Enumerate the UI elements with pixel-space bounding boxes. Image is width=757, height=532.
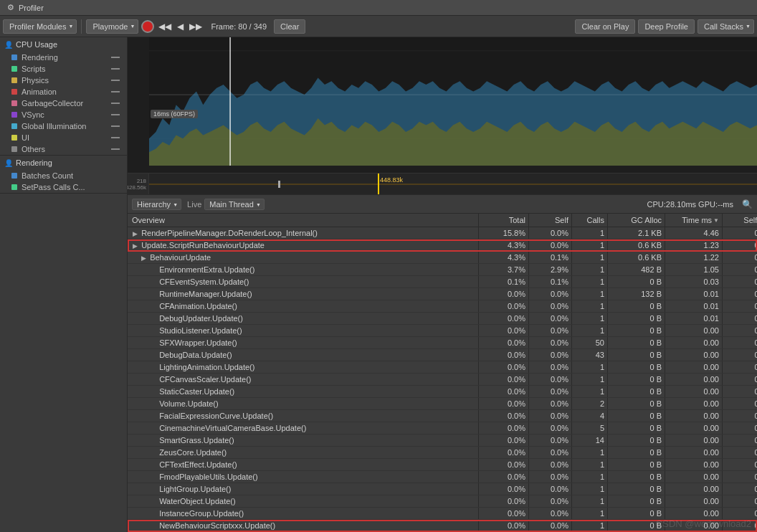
sidebar-item[interactable]: UI (0, 132, 127, 143)
cell-calls: 2 (572, 398, 608, 409)
table-row[interactable]: NewBehaviourScriptxxx.Update() 0.0% 0.0%… (128, 520, 757, 532)
cell-timems: 0.03 (665, 276, 723, 288)
call-stacks-btn[interactable]: Call Stacks (698, 19, 754, 34)
sidebar-item[interactable]: Physics (0, 75, 127, 86)
table-row[interactable]: CFEventSystem.Update() 0.1% 0.1% 1 0 B 0… (128, 276, 757, 288)
table-row[interactable]: LightingAnimation.Update() 0.0% 0.0% 1 0… (128, 361, 757, 374)
table-row[interactable]: CinemachineVirtualCameraBase.Update() 0.… (128, 422, 757, 434)
profiler-icon: ⚙ (6, 3, 16, 13)
table-row[interactable]: SFXWrapper.Update() 0.0% 0.0% 50 0 B 0.0… (128, 337, 757, 349)
sidebar-item-label: GarbageCollector (22, 99, 111, 108)
cell-gcalloc: 0 B (608, 447, 665, 458)
cell-selfms: 0.00 (723, 313, 757, 324)
expand-arrow[interactable]: ▶ (141, 255, 146, 262)
color-dot (11, 112, 17, 118)
sidebar-rendering-item[interactable]: Batches Count (0, 170, 127, 181)
cell-timems: 0.00 (665, 349, 723, 361)
step-back-btn[interactable]: ◀◀ (157, 20, 173, 33)
cell-timems: 0.00 (665, 361, 723, 373)
cell-name: LightingAnimation.Update() (128, 361, 479, 373)
cell-gcalloc: 0 B (608, 386, 665, 397)
sidebar-item[interactable]: GarbageCollector (0, 98, 127, 109)
cell-timems: 0.00 (665, 520, 723, 531)
table-row[interactable]: DebugData.Update() 0.0% 0.0% 43 0 B 0.00… (128, 349, 757, 361)
cpu-header[interactable]: 👤 CPU Usage (0, 37, 127, 52)
cell-gcalloc: 0 B (608, 471, 665, 483)
deep-profile-btn[interactable]: Deep Profile (638, 19, 695, 34)
table-row[interactable]: LightGroup.Update() 0.0% 0.0% 1 0 B 0.00… (128, 483, 757, 495)
cell-calls: 1 (572, 495, 608, 507)
cell-timems: 0.00 (665, 508, 723, 519)
cell-calls: 5 (572, 422, 608, 434)
table-body: ▶ RenderPipelineManager.DoRenderLoop_Int… (128, 227, 757, 532)
cell-gcalloc: 0 B (608, 422, 665, 434)
row-name-text: DebugUpdater.Update() (159, 314, 243, 323)
table-row[interactable]: ▶ RenderPipelineManager.DoRenderLoop_Int… (128, 227, 757, 239)
playmode-btn[interactable]: Playmode (86, 19, 138, 34)
table-row[interactable]: InstanceGroup.Update() 0.0% 0.0% 1 0 B 0… (128, 508, 757, 520)
record-btn[interactable] (141, 20, 154, 33)
table-row[interactable]: CFCanvasScaler.Update() 0.0% 0.0% 1 0 B … (128, 374, 757, 386)
main-layout: 👤 CPU Usage RenderingScriptsPhysicsAnima… (0, 37, 757, 532)
table-row[interactable]: CFTextEffect.Update() 0.0% 0.0% 1 0 B 0.… (128, 459, 757, 471)
profiler-modules-btn[interactable]: Profiler Modules (3, 19, 77, 34)
cell-total: 0.0% (479, 361, 529, 373)
row-name-text: InstanceGroup.Update() (159, 509, 244, 518)
table-row[interactable]: ZeusCore.Update() 0.0% 0.0% 1 0 B 0.00 0… (128, 447, 757, 459)
cell-total: 0.0% (479, 434, 529, 446)
col-timems-header: Time ms ▼ (665, 214, 723, 227)
cell-name: DebugUpdater.Update() (128, 313, 479, 324)
content-area: 33ms (30FPS) 16ms (60FPS) (128, 37, 757, 532)
sidebar-item[interactable]: Animation (0, 86, 127, 98)
table-row[interactable]: StudioListener.Update() 0.0% 0.0% 1 0 B … (128, 325, 757, 337)
table-row[interactable]: DebugUpdater.Update() 0.0% 0.0% 1 0 B 0.… (128, 313, 757, 325)
table-row[interactable]: ▶ BehaviourUpdate 4.3% 0.1% 1 0.6 KB 1.2… (128, 252, 757, 264)
table-row[interactable]: SmartGrass.Update() 0.0% 0.0% 14 0 B 0.0… (128, 434, 757, 447)
cell-calls: 4 (572, 410, 608, 422)
sidebar-item[interactable]: Scripts (0, 63, 127, 75)
expand-arrow[interactable]: ▶ (133, 242, 138, 250)
sidebar-rendering-item[interactable]: SetPass Calls C... (0, 181, 127, 193)
cell-total: 0.0% (479, 374, 529, 385)
cell-selfms: 0.03 (723, 276, 757, 288)
expand-arrow[interactable]: ▶ (133, 230, 138, 237)
cell-self: 0.0% (529, 483, 572, 495)
clear-on-play-btn[interactable]: Clear on Play (575, 19, 635, 34)
sidebar-item[interactable]: VSync (0, 109, 127, 120)
clear-btn[interactable]: Clear (274, 19, 305, 34)
cpu-info: CPU:28.10ms GPU:--ms (647, 200, 733, 209)
cell-self: 0.0% (529, 459, 572, 470)
table-row[interactable]: EnvironmentExtra.Update() 3.7% 2.9% 1 48… (128, 264, 757, 276)
cell-name: ▶ BehaviourUpdate (128, 252, 479, 263)
sidebar-item-label: Global Illumination (22, 122, 111, 130)
table-row[interactable]: FmodPlayableUtils.Update() 0.0% 0.0% 1 0… (128, 471, 757, 483)
sidebar-item[interactable]: Others (0, 143, 127, 155)
table-row[interactable]: FacialExpressionCurve.Update() 0.0% 0.0%… (128, 410, 757, 422)
search-icon[interactable]: 🔍 (742, 199, 753, 209)
hierarchy-dropdown[interactable]: Hierarchy (132, 199, 181, 210)
sidebar-item[interactable]: Rendering (0, 52, 127, 63)
table-row[interactable]: RuntimeManager.Update() 0.0% 0.0% 1 132 … (128, 288, 757, 300)
row-name-text: SFXWrapper.Update() (159, 338, 237, 347)
cell-self: 0.0% (529, 410, 572, 422)
svg-rect-9 (278, 181, 280, 188)
sidebar-item[interactable]: Global Illumination (0, 120, 127, 132)
cell-name: RuntimeManager.Update() (128, 288, 479, 300)
thread-dropdown[interactable]: Main Thread (204, 199, 265, 210)
cell-total: 0.0% (479, 288, 529, 300)
table-row[interactable]: Volume.Update() 0.0% 0.0% 2 0 B 0.00 0.0… (128, 398, 757, 410)
table-row[interactable]: CFAnimation.Update() 0.0% 0.0% 1 0 B 0.0… (128, 300, 757, 313)
col-total-header: Total (479, 214, 529, 227)
cell-name: Volume.Update() (128, 398, 479, 409)
table-row[interactable]: StaticCaster.Update() 0.0% 0.0% 1 0 B 0.… (128, 386, 757, 398)
cell-self: 0.0% (529, 300, 572, 312)
table-row[interactable]: ▶ Update.ScriptRunBehaviourUpdate 4.3% 0… (128, 239, 757, 252)
rendering-header[interactable]: 👤 Rendering (0, 156, 127, 170)
item-bar (111, 57, 120, 58)
cpu-header-label: CPU Usage (16, 40, 57, 49)
step-next-btn[interactable]: ▶▶ (188, 20, 204, 33)
step-prev-btn[interactable]: ◀ (176, 20, 185, 33)
row-name-text: SmartGrass.Update() (159, 436, 234, 445)
cell-gcalloc: 0 B (608, 398, 665, 409)
table-row[interactable]: WaterObject.Update() 0.0% 0.0% 1 0 B 0.0… (128, 495, 757, 508)
